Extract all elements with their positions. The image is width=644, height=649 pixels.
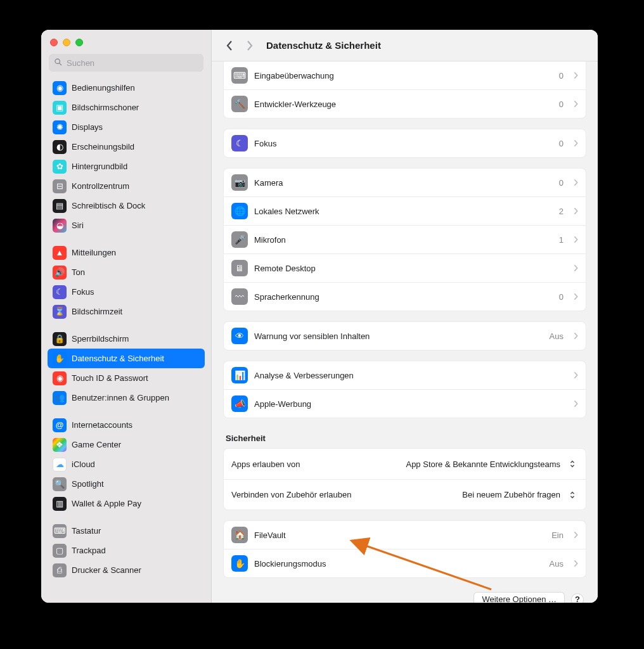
row-label: Mikrofon [254,235,553,245]
sidebar-item-label: Wallet & Apple Pay [72,499,141,508]
sidebar-item-keyboard[interactable]: ⌨Tastatur [48,521,205,541]
chevron-right-icon [574,264,578,272]
privacy-row-sensitive[interactable]: 👁Warnung vor sensiblen InhaltenAus [224,322,586,350]
back-button[interactable] [223,39,236,52]
sidebar-item-internet[interactable]: @Internetaccounts [48,415,205,435]
sidebar-item-screensaver[interactable]: ▣Bildschirmschoner [48,98,205,117]
filevault-icon: 🏠 [231,527,248,543]
row-label: Analyse & Verbesserungen [254,371,564,380]
sidebar-item-printer[interactable]: ⎙Drucker & Scanner [48,560,205,580]
spotlight-icon: 🔍 [53,477,67,491]
chevron-right-icon [574,332,578,340]
icloud-icon: ☁ [53,458,67,472]
security-select-row[interactable]: Verbinden von Zubehör erlaubenBei neuem … [224,479,586,510]
sidebar-item-focus[interactable]: ☾Fokus [48,282,205,302]
privacy-row-devtools[interactable]: 🔨Entwickler-Werkzeuge0 [224,89,586,118]
sidebar-item-touchid[interactable]: ◉Touch ID & Passwort [48,368,205,388]
sidebar-item-dock[interactable]: ▤Schreibtisch & Dock [48,196,205,215]
security-row-filevault[interactable]: 🏠FileVaultEin [224,521,586,549]
lockdown-icon: ✋ [231,555,248,572]
sidebar-item-label: Mitteilungen [72,248,116,257]
help-button[interactable]: ? [571,593,584,603]
sidebar-item-label: Game Center [72,440,121,449]
sidebar-item-notifications[interactable]: ▲Mitteilungen [48,243,205,262]
sidebar-item-label: Schreibtisch & Dock [72,201,145,210]
sidebar-item-wallpaper[interactable]: ✿Hintergrundbild [48,157,205,176]
sidebar-item-label: Spotlight [72,479,104,489]
security-row-lockdown[interactable]: ✋BlockierungsmodusAus [224,549,586,577]
sidebar-item-label: Displays [72,122,103,132]
microphone-icon: 🎤 [231,231,248,248]
row-label: Warnung vor sensiblen Inhalten [254,331,543,341]
sidebar-item-screentime[interactable]: ⌛Bildschirmzeit [48,302,205,321]
row-label: Eingabeüberwachung [254,71,553,80]
forward-button[interactable] [243,39,256,52]
sidebar-item-accessibility[interactable]: ◉Bedienungshilfen [48,78,205,98]
privacy-row-network[interactable]: 🌐Lokales Netzwerk2 [224,196,586,225]
privacy-row-focus[interactable]: ☾Fokus0 [224,129,586,157]
row-value: Aus [550,331,564,341]
privacy-row-ads[interactable]: 📣Apple-Werbung [224,389,586,418]
sidebar-item-sound[interactable]: 🔊Ton [48,262,205,282]
privacy-row-speech[interactable]: 〰Spracherkennung0 [224,282,586,311]
gamecenter-icon: ❖ [53,438,67,452]
row-label: Kamera [254,178,553,188]
sidebar-item-lockscreen[interactable]: 🔒Sperrbildschirm [48,329,205,349]
sidebar-item-control-center[interactable]: ⊟Kontrollzentrum [48,176,205,196]
row-label: Entwickler-Werkzeuge [254,100,553,109]
settings-window: ◉Bedienungshilfen▣Bildschirmschoner✺Disp… [41,30,598,603]
main-panel: Datenschutz & Sicherheit ⌨Eingabeüberwac… [212,30,598,603]
row-label: Verbinden von Zubehör erlauben [231,490,456,499]
sidebar-item-label: Kontrollzentrum [72,181,129,191]
security-select-row[interactable]: Apps erlauben vonApp Store & Bekannte En… [224,449,586,479]
sidebar-item-label: Trackpad [72,546,106,555]
sensitive-icon: 👁 [231,328,248,344]
chevron-right-icon [574,400,578,408]
sidebar-item-users[interactable]: 👥Benutzer:innen & Gruppen [48,388,205,408]
chevron-right-icon [574,236,578,243]
sidebar-item-label: Bildschirmschoner [72,103,139,112]
privacy-row-keyboard-input[interactable]: ⌨Eingabeüberwachung0 [224,61,586,89]
focus-icon: ☾ [231,135,248,151]
page-title: Datenschutz & Sicherheit [266,40,381,51]
row-value: App Store & Bekannte Entwicklungsteams [406,459,560,469]
sidebar-item-label: Drucker & Scanner [72,565,141,575]
sidebar-item-label: Datenschutz & Sicherheit [72,354,164,363]
lockscreen-icon: 🔒 [53,332,67,346]
privacy-row-remote[interactable]: 🖥Remote Desktop [224,254,586,282]
sidebar-item-gamecenter[interactable]: ❖Game Center [48,435,205,454]
chevron-right-icon [574,371,578,379]
sidebar-item-appearance[interactable]: ◐Erscheinungsbild [48,137,205,157]
devtools-icon: 🔨 [231,96,248,112]
search-field[interactable] [49,54,203,72]
sidebar-item-label: Tastatur [72,526,101,536]
close-window-button[interactable] [50,39,58,46]
search-input[interactable] [67,58,198,68]
sidebar-item-label: Hintergrundbild [72,162,127,171]
row-value: 0 [559,178,564,188]
sidebar-item-siri[interactable]: ◒Siri [48,215,205,235]
row-label: Blockierungsmodus [254,559,543,569]
privacy-row-microphone[interactable]: 🎤Mikrofon1 [224,225,586,254]
wallpaper-icon: ✿ [53,160,67,174]
sidebar-item-privacy[interactable]: ✋Datenschutz & Sicherheit [48,349,205,368]
row-label: Apps erlauben von [231,459,399,469]
sidebar: ◉Bedienungshilfen▣Bildschirmschoner✺Disp… [41,30,212,603]
sidebar-item-wallet[interactable]: ▥Wallet & Apple Pay [48,494,205,513]
internet-icon: @ [53,418,67,432]
screentime-icon: ⌛ [53,305,67,319]
sidebar-item-displays[interactable]: ✺Displays [48,117,205,137]
sidebar-item-spotlight[interactable]: 🔍Spotlight [48,474,205,494]
ads-icon: 📣 [231,395,248,412]
minimize-window-button[interactable] [63,39,70,46]
privacy-row-camera[interactable]: 📷Kamera0 [224,169,586,196]
more-options-button[interactable]: Weitere Optionen … [473,592,565,603]
speech-icon: 〰 [231,288,248,305]
row-value: 0 [559,292,564,302]
focus-icon: ☾ [53,285,67,299]
zoom-window-button[interactable] [75,39,83,46]
privacy-row-analytics[interactable]: 📊Analyse & Verbesserungen [224,361,586,389]
sidebar-item-icloud[interactable]: ☁iCloud [48,454,205,474]
sidebar-item-trackpad[interactable]: ▢Trackpad [48,541,205,560]
printer-icon: ⎙ [53,563,67,577]
